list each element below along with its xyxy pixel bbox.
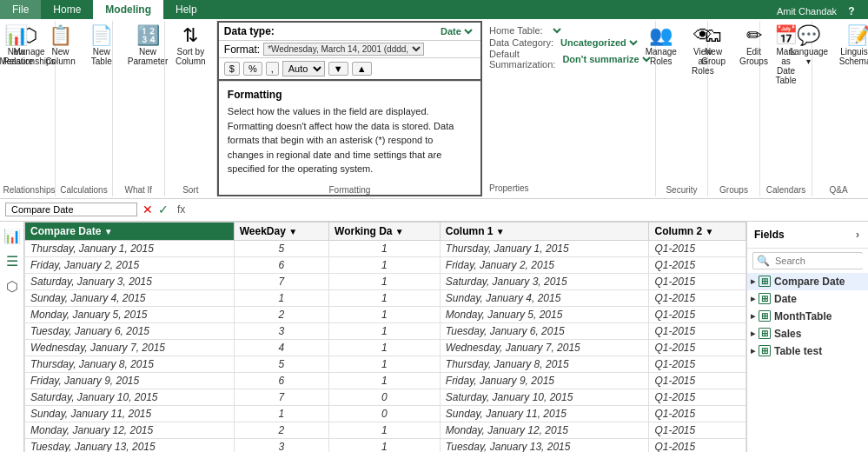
table-row: Saturday, January 10, 201570Saturday, Ja… — [25, 389, 746, 405]
new-group-button[interactable]: 🗂 NewGroup — [694, 23, 732, 70]
table-row: Thursday, January 8, 201551Thursday, Jan… — [25, 356, 746, 372]
data-table: Compare Date ▼ WeekDay ▼ Working Da ▼ Co… — [24, 222, 746, 453]
field-item-monthtable[interactable]: ▸⊞MonthTable — [747, 308, 868, 325]
weekday-filter[interactable]: ▼ — [288, 227, 297, 236]
table-cell: 1 — [329, 256, 441, 273]
data-category-select[interactable]: Uncategorized — [557, 37, 640, 49]
increase-decimal-button[interactable]: ▲ — [352, 62, 372, 76]
col-column2[interactable]: Column 2 ▼ — [649, 222, 746, 240]
table-cell: Q1-2015 — [649, 273, 746, 289]
chevron-icon: ▸ — [751, 276, 755, 286]
whatif-group-label: What If — [124, 183, 152, 195]
decrease-decimal-button[interactable]: ▼ — [328, 62, 348, 76]
main-area: 📊 ☰ ⬡ Compare Date ▼ WeekDay ▼ Working D… — [0, 222, 868, 453]
home-table-select[interactable] — [547, 24, 564, 37]
field-item-sales[interactable]: ▸⊞Sales — [747, 325, 868, 342]
new-measure-button[interactable]: 📊 NewMeasure — [0, 23, 38, 70]
model-view-icon[interactable]: ⬡ — [3, 276, 21, 297]
formatting-group-label: Formatting — [329, 183, 371, 195]
col-compare-date[interactable]: Compare Date ▼ — [25, 222, 235, 240]
field-item-table-test[interactable]: ▸⊞Table test — [747, 342, 868, 360]
format-select[interactable]: *Wednesday, March 14, 2001 (dddd, MMMM d… — [263, 43, 424, 56]
formula-bar: ✕ ✓ fx — [0, 199, 868, 222]
table-cell: 3 — [234, 322, 328, 339]
expand-fields-button[interactable]: › — [854, 227, 861, 243]
table-cell: Friday, January 2, 2015 — [440, 256, 649, 273]
group-sort: ⇅ Sort byColumn Sort — [165, 21, 217, 196]
table-cell: Monday, January 5, 2015 — [25, 306, 235, 322]
data-view-icon[interactable]: ☰ — [3, 250, 21, 272]
formatting-title: Formatting — [228, 89, 472, 101]
new-group-icon: 🗂 — [704, 26, 723, 45]
field-label: Sales — [774, 328, 801, 340]
field-item-date[interactable]: ▸⊞Date — [747, 290, 868, 308]
fields-search-container: 🔍 — [752, 252, 863, 269]
field-label: Date — [774, 293, 797, 305]
table-cell: Tuesday, January 13, 2015 — [25, 438, 235, 452]
tab-help[interactable]: Help — [163, 0, 209, 19]
chevron-icon: ▸ — [751, 311, 755, 321]
cancel-button[interactable]: ✕ — [142, 203, 153, 216]
col-column1[interactable]: Column 1 ▼ — [440, 222, 649, 240]
linguistic-icon: 💬 — [797, 26, 820, 45]
col2-filter[interactable]: ▼ — [705, 227, 713, 236]
format-label: Format: — [224, 43, 260, 56]
new-column-button[interactable]: 📋 NewColumn — [40, 23, 80, 70]
data-type-select[interactable]: Date — [437, 25, 475, 37]
linguistic-schema-button[interactable]: 💬 Language ▾ — [790, 23, 828, 70]
table-cell: Q1-2015 — [649, 438, 746, 452]
col-weekday[interactable]: WeekDay ▼ — [234, 222, 328, 240]
table-cell: Saturday, January 10, 2015 — [25, 389, 235, 405]
col-working-da[interactable]: Working Da ▼ — [329, 222, 441, 240]
sort-by-column-button[interactable]: ⇅ Sort byColumn — [170, 23, 210, 70]
table-cell: 4 — [234, 339, 328, 356]
table-row: Thursday, January 1, 201551Thursday, Jan… — [25, 240, 746, 256]
linguistic-schema2-button[interactable]: 📝 Linguistic Schema ▾ — [830, 23, 868, 70]
auto-select[interactable]: Auto — [282, 61, 325, 76]
properties-group-label: Properties — [489, 182, 648, 193]
table-cell: Thursday, January 1, 2015 — [440, 240, 649, 256]
table-cell: 6 — [234, 372, 328, 389]
manage-roles-button[interactable]: 👥 ManageRoles — [640, 23, 681, 70]
table-cell: Thursday, January 8, 2015 — [25, 356, 235, 372]
relationships-group-label: Relationships — [3, 183, 55, 195]
table-cell: 0 — [329, 389, 441, 405]
comma-button[interactable]: , — [266, 62, 279, 76]
field-name-input[interactable] — [5, 203, 137, 216]
table-cell: Tuesday, January 13, 2015 — [440, 438, 649, 452]
fields-search-input[interactable] — [773, 254, 868, 268]
table-cell: Monday, January 5, 2015 — [440, 306, 649, 322]
tab-home[interactable]: Home — [41, 0, 93, 19]
new-column-icon: 📋 — [49, 26, 72, 45]
help-button[interactable]: ? — [844, 3, 859, 19]
table-cell: 3 — [234, 438, 328, 452]
col1-filter[interactable]: ▼ — [496, 227, 505, 236]
group-whatif: What If — [113, 21, 165, 196]
table-row: Wednesday, January 7, 201541Wednesday, J… — [25, 339, 746, 356]
table-cell: 1 — [329, 422, 441, 438]
summarization-select[interactable]: Don't summarize — [559, 53, 653, 65]
fields-header: Fields › — [747, 222, 868, 249]
data-category-row: Data Category: Uncategorized — [489, 37, 648, 49]
currency-button[interactable]: $ — [224, 62, 240, 76]
table-cell: Sunday, January 11, 2015 — [440, 405, 649, 422]
table-cell: Wednesday, January 7, 2015 — [440, 339, 649, 356]
fields-panel: Fields › 🔍 ▸⊞Compare Date▸⊞Date▸⊞MonthTa… — [746, 222, 868, 453]
search-icon: 🔍 — [753, 253, 773, 269]
table-row: Monday, January 12, 201521Monday, Januar… — [25, 422, 746, 438]
percent-button[interactable]: % — [243, 62, 262, 76]
tab-file[interactable]: File — [0, 0, 41, 19]
compare-date-filter[interactable]: ▼ — [104, 227, 113, 236]
report-view-icon[interactable]: 📊 — [1, 225, 23, 247]
field-item-compare-date[interactable]: ▸⊞Compare Date — [747, 273, 868, 290]
table-icon: ⊞ — [759, 276, 771, 287]
left-sidebar: 📊 ☰ ⬡ — [0, 222, 24, 453]
fx-label: fx — [174, 203, 189, 216]
data-table-container[interactable]: Compare Date ▼ WeekDay ▼ Working Da ▼ Co… — [24, 222, 746, 453]
sort-buttons: ⇅ Sort byColumn — [170, 23, 210, 183]
table-cell: Friday, January 9, 2015 — [25, 372, 235, 389]
tab-modeling[interactable]: Modeling — [93, 0, 163, 19]
working-da-filter[interactable]: ▼ — [395, 227, 404, 236]
schema-icon: 📝 — [847, 26, 869, 45]
confirm-button[interactable]: ✓ — [158, 203, 169, 216]
